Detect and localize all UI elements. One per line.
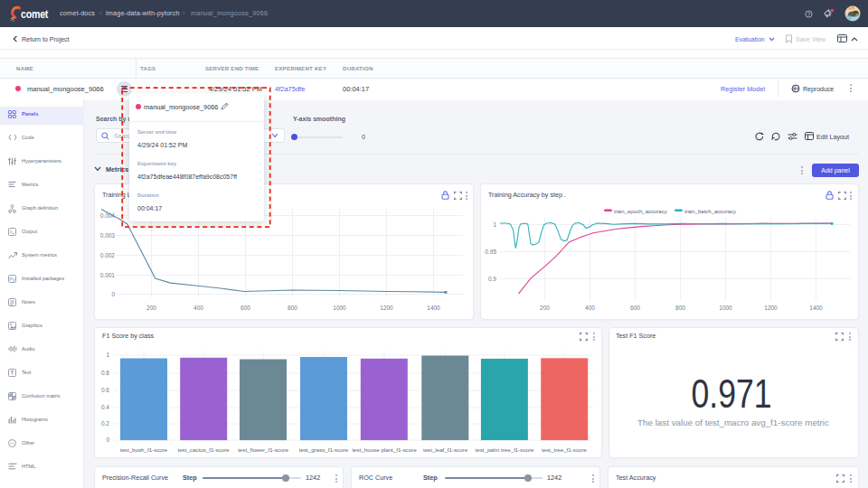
svg-text:0.2: 0.2 (101, 420, 109, 427)
svg-text:400: 400 (585, 305, 595, 311)
svg-text:test_palm tree_f1-score: test_palm tree_f1-score (476, 446, 535, 453)
svg-text:0: 0 (111, 291, 115, 297)
svg-text:0.8: 0.8 (101, 370, 109, 376)
svg-text:test_flower_f1-score: test_flower_f1-score (238, 446, 288, 453)
svg-text:800: 800 (288, 305, 297, 311)
svg-text:1000: 1000 (719, 305, 732, 311)
svg-text:1200: 1200 (380, 305, 393, 311)
svg-text:test_house plant_f1-score: test_house plant_f1-score (352, 446, 417, 453)
svg-text:test_tree_f1-score: test_tree_f1-score (542, 446, 587, 453)
svg-text:600: 600 (241, 305, 250, 311)
svg-text:0.95: 0.95 (485, 249, 496, 255)
svg-text:200: 200 (540, 305, 550, 311)
svg-text:0.002: 0.002 (100, 252, 116, 258)
svg-text:test_grass_f1-score: test_grass_f1-score (299, 446, 349, 453)
svg-text:1: 1 (106, 352, 109, 358)
svg-text:600: 600 (630, 305, 640, 311)
svg-text:0.001: 0.001 (100, 272, 116, 278)
svg-text:0.9: 0.9 (488, 276, 496, 282)
svg-text:400: 400 (193, 305, 203, 311)
svg-text:1000: 1000 (333, 305, 346, 311)
svg-text:1200: 1200 (764, 305, 778, 311)
svg-text:1400: 1400 (809, 305, 823, 311)
svg-text:1400: 1400 (427, 305, 440, 311)
svg-text:test_cactus_f1-score: test_cactus_f1-score (177, 446, 230, 453)
svg-text:test_leaf_f1-score: test_leaf_f1-score (423, 446, 468, 453)
svg-text:train_epoch_accuracy: train_epoch_accuracy (614, 209, 667, 214)
svg-text:test_bush_f1-score: test_bush_f1-score (120, 446, 168, 453)
svg-text:800: 800 (675, 305, 685, 311)
svg-text:0: 0 (106, 436, 109, 443)
svg-text:200: 200 (146, 305, 156, 311)
svg-text:train_batch_accuracy: train_batch_accuracy (684, 209, 736, 214)
svg-text:0.4: 0.4 (101, 404, 109, 410)
svg-text:0.6: 0.6 (101, 387, 109, 393)
svg-text:Py: Py (9, 277, 15, 282)
svg-text:1: 1 (493, 221, 496, 228)
svg-text:0.003: 0.003 (100, 232, 116, 239)
